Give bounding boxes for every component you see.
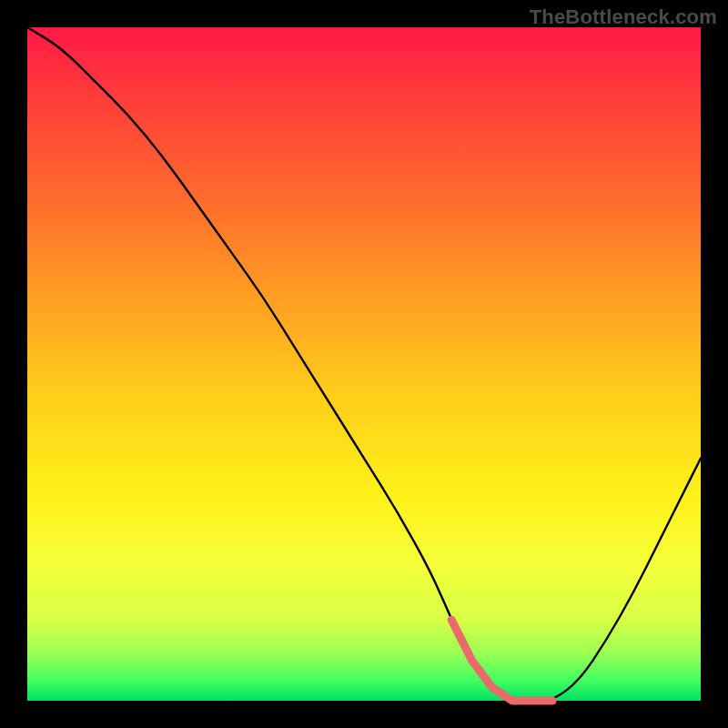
chart-frame: TheBottleneck.com <box>0 0 728 728</box>
watermark-text: TheBottleneck.com <box>530 5 717 29</box>
valley-highlight-path <box>451 620 552 701</box>
curve-svg <box>27 27 701 701</box>
bottleneck-curve-path <box>27 27 701 701</box>
plot-area <box>27 27 701 701</box>
